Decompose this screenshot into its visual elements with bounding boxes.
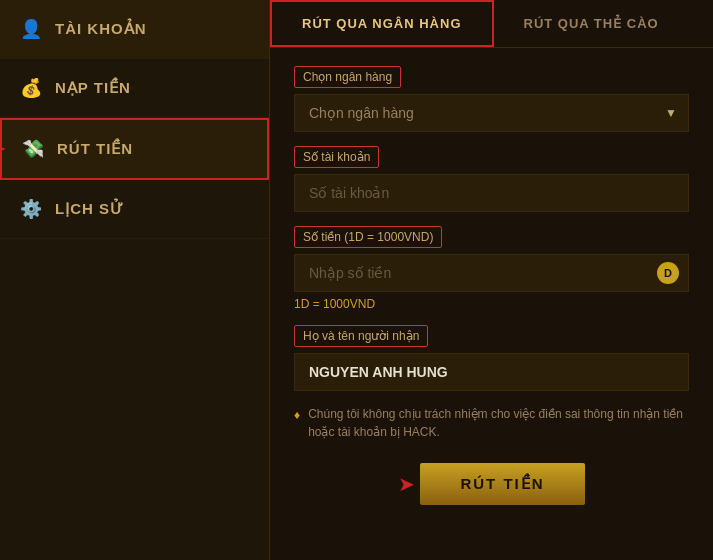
tab-the-cao[interactable]: RÚT QUA THẺ CÀO xyxy=(494,0,689,47)
sidebar: 👤 TÀI KHOẢN 💰 NẠP TIỀN ➤ 💸 RÚT TIỀN ⚙️ L… xyxy=(0,0,270,560)
disclaimer-text: Chúng tôi không chịu trách nhiệm cho việ… xyxy=(308,405,689,441)
bank-select[interactable]: Chọn ngân hàng xyxy=(294,94,689,132)
sidebar-item-rut-tien-label: RÚT TIỀN xyxy=(57,140,133,158)
sidebar-item-nap-tien[interactable]: 💰 NẠP TIỀN xyxy=(0,59,269,118)
deposit-icon: 💰 xyxy=(20,77,43,99)
account-field-group: Số tài khoản xyxy=(294,146,689,212)
submit-button[interactable]: RÚT TIỀN xyxy=(420,463,584,505)
form-area: Chọn ngân hàng Chọn ngân hàng Số tài kho… xyxy=(270,48,713,560)
disclaimer: ♦ Chúng tôi không chịu trách nhiệm cho v… xyxy=(294,405,689,441)
bank-field-group: Chọn ngân hàng Chọn ngân hàng xyxy=(294,66,689,132)
bank-label: Chọn ngân hàng xyxy=(294,66,401,88)
account-icon: 👤 xyxy=(20,18,43,40)
amount-field-group: Số tiền (1D = 1000VND) D 1D = 1000VND xyxy=(294,226,689,311)
amount-input[interactable] xyxy=(294,254,689,292)
disclaimer-icon: ♦ xyxy=(294,406,300,424)
exchange-rate: 1D = 1000VND xyxy=(294,297,689,311)
account-input[interactable] xyxy=(294,174,689,212)
sidebar-item-lich-su[interactable]: ⚙️ LỊCH SỬ xyxy=(0,180,269,239)
account-label: Số tài khoản xyxy=(294,146,379,168)
sidebar-item-nap-tien-label: NẠP TIỀN xyxy=(55,79,131,97)
submit-arrow-icon: ➤ xyxy=(398,472,415,496)
recipient-field-group: Họ và tên người nhận NGUYEN ANH HUNG xyxy=(294,325,689,391)
tab-ngan-hang[interactable]: RÚT QUA NGÂN HÀNG xyxy=(270,0,494,47)
recipient-value: NGUYEN ANH HUNG xyxy=(294,353,689,391)
amount-input-wrapper: D xyxy=(294,254,689,292)
content-area: RÚT QUA NGÂN HÀNG RÚT QUA THẺ CÀO Chọn n… xyxy=(270,0,713,560)
sidebar-item-tai-khoan-label: TÀI KHOẢN xyxy=(55,20,147,38)
sidebar-item-lich-su-label: LỊCH SỬ xyxy=(55,200,124,218)
recipient-label: Họ và tên người nhận xyxy=(294,325,428,347)
bottom-action: ➤ RÚT TIỀN xyxy=(294,453,689,515)
withdraw-icon: 💸 xyxy=(22,138,45,160)
tabs-container: RÚT QUA NGÂN HÀNG RÚT QUA THẺ CÀO xyxy=(270,0,713,48)
history-icon: ⚙️ xyxy=(20,198,43,220)
sidebar-item-rut-tien[interactable]: ➤ 💸 RÚT TIỀN xyxy=(0,118,269,180)
amount-label: Số tiền (1D = 1000VND) xyxy=(294,226,442,248)
active-arrow-icon: ➤ xyxy=(0,138,6,160)
bank-select-wrapper: Chọn ngân hàng xyxy=(294,94,689,132)
sidebar-item-tai-khoan[interactable]: 👤 TÀI KHOẢN xyxy=(0,0,269,59)
currency-icon: D xyxy=(657,262,679,284)
main-container: 👤 TÀI KHOẢN 💰 NẠP TIỀN ➤ 💸 RÚT TIỀN ⚙️ L… xyxy=(0,0,713,560)
